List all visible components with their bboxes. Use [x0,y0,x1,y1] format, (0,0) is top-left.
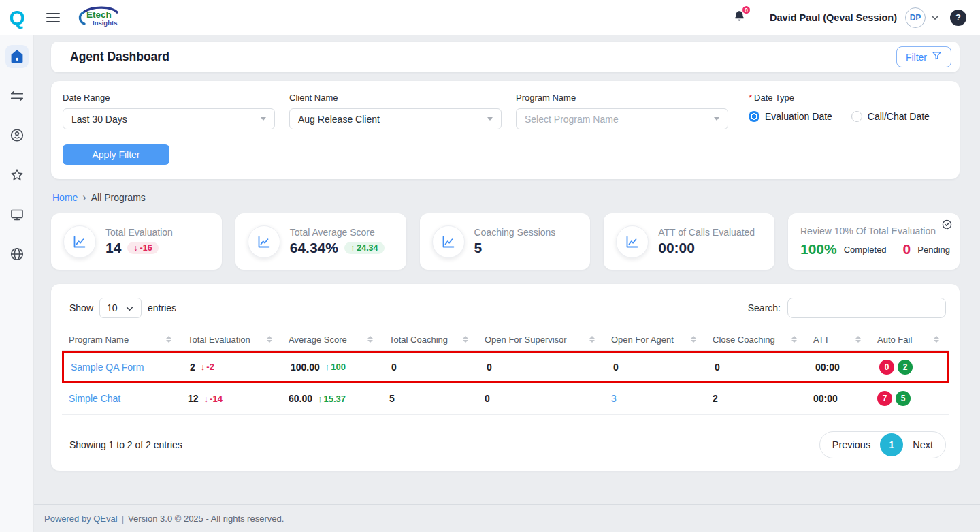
sidebar-item-home[interactable] [5,45,29,68]
pagination-page-1-button[interactable]: 1 [880,433,903,456]
stat-label: Review 10% Of Total Evaluation [800,225,936,236]
help-button[interactable]: ? [950,10,966,26]
date-range-field: Date Range Last 30 Days [63,93,275,129]
column-header-open-for-supervisor[interactable]: Open For Supervisor [478,334,604,345]
cell-att: 00:00 [813,393,838,404]
auto-fail-red-badge: 0 [879,360,894,375]
pagination-previous-button[interactable]: Previous [823,439,880,450]
sidebar-item-global[interactable] [5,242,29,266]
cell-att: 00:00 [815,362,840,373]
delta-down: ↓-14 [204,394,223,404]
table-row-simple-chat: Simple Chat 12 ↓-14 60.00 ↑15.37 5 0 3 2… [62,383,949,415]
sort-icon [166,336,172,343]
date-range-select[interactable]: Last 30 Days [63,108,275,129]
caret-down-icon [487,117,493,121]
content-area: Agent Dashboard Filter Date Range Last 3… [34,35,980,504]
funnel-icon [932,51,942,63]
footer-divider: | [122,514,124,524]
date-range-label: Date Range [63,93,275,103]
program-link[interactable]: Simple Chat [69,393,120,404]
client-name-select[interactable]: Aug Release Client [289,108,502,129]
review-pending-label: Pending [917,245,950,255]
radio-evaluation-date[interactable]: Evaluation Date [749,111,832,122]
column-header-open-for-agent[interactable]: Open For Agent [604,334,706,345]
open-for-agent-link[interactable]: 3 [611,393,617,404]
radio-call-chat-date[interactable]: Call/Chat Date [851,111,930,122]
line-chart-icon [432,225,465,258]
line-chart-icon [248,225,280,258]
pagination-next-button[interactable]: Next [903,439,943,450]
sort-icon [463,336,468,343]
sidebar-item-favorites[interactable] [5,163,29,187]
stat-card-coaching-sessions: Coaching Sessions 5 [420,213,591,270]
arrow-up-icon: ↑ [325,362,330,372]
sort-icon [589,336,595,343]
cell-total-coaching: 0 [391,362,397,373]
program-name-label: Program Name [516,93,728,103]
breadcrumb-home-link[interactable]: Home [52,192,78,203]
column-header-total-coaching[interactable]: Total Coaching [382,334,478,345]
site-footer: Powered by QEval | Version 3.0 © 2025 - … [34,504,980,532]
sidebar-item-monitor[interactable] [5,203,29,226]
breadcrumb: Home › All Programs [52,192,960,203]
search-input[interactable] [787,298,946,318]
badge-icon [9,127,25,144]
breadcrumb-current: All Programs [91,192,146,203]
arrow-up-icon: ↑ [350,243,355,253]
stat-value: 64.34% [290,240,338,256]
monitor-icon [9,206,25,223]
user-avatar[interactable]: DP [905,7,926,28]
filter-button[interactable]: Filter [896,46,951,67]
apply-filter-button[interactable]: Apply Filter [63,144,169,165]
svg-text:Insights: Insights [93,19,117,27]
column-header-average-score[interactable]: Average Score [282,334,382,345]
cell-open-for-supervisor: 0 [487,362,492,373]
sidebar-item-transfers[interactable] [5,84,29,108]
auto-fail-green-badge: 5 [896,391,911,406]
column-header-close-coaching[interactable]: Close Coaching [706,334,806,345]
stat-label: ATT of Calls Evaluated [658,227,755,238]
sort-icon [934,336,939,343]
sort-icon [791,336,797,343]
notifications-button[interactable]: 0 [732,9,747,26]
stat-label: Total Evaluation [105,227,173,238]
column-header-auto-fail[interactable]: Auto Fail [870,334,949,345]
auto-fail-red-badge: 7 [877,391,892,406]
cell-close-coaching: 0 [715,362,720,373]
program-name-select[interactable]: Select Program Name [516,108,728,129]
stat-label: Total Average Score [290,227,385,238]
stat-card-total-evaluation: Total Evaluation 14 ↓ -16 [51,213,222,270]
column-header-att[interactable]: ATT [806,334,870,345]
delta-badge-down: ↓ -16 [127,242,158,254]
sort-icon [267,336,272,343]
review-completed-label: Completed [844,245,887,255]
etech-insights-logo: Etech Insights [75,5,128,30]
radio-selected-icon [749,111,760,122]
column-header-program-name[interactable]: Program Name [62,334,181,345]
chevron-down-icon [126,302,133,313]
pagination: Previous 1 Next [819,431,946,458]
footer-rights: Version 3.0 © 2025 - All rights reserved… [128,514,284,524]
stat-value: 14 [105,240,121,256]
programs-table-card: Show 10 entries Search: [51,284,960,471]
refresh-check-icon[interactable] [941,219,953,232]
caret-down-icon [714,117,719,121]
auto-fail-badges: 0 2 [879,360,913,375]
page-title: Agent Dashboard [70,50,169,64]
cell-close-coaching: 2 [713,393,718,404]
user-menu-chevron-down-icon[interactable] [931,15,939,20]
line-chart-icon [616,225,649,258]
page-size-select[interactable]: 10 [99,298,142,318]
arrow-down-icon: ↓ [133,243,137,253]
sidebar-item-badge[interactable] [5,124,29,147]
program-link[interactable]: Sample QA Form [71,362,144,373]
sort-icon [691,336,696,343]
breadcrumb-separator: › [82,192,86,203]
user-name: David Paul (Qeval Session) [770,12,897,23]
column-header-total-evaluation[interactable]: Total Evaluation [181,334,282,345]
review-pending-value: 0 [903,241,911,257]
cell-open-for-supervisor: 0 [485,393,490,404]
swap-arrows-icon [9,88,25,104]
menu-toggle-button[interactable] [46,13,60,22]
bell-icon [732,15,747,26]
